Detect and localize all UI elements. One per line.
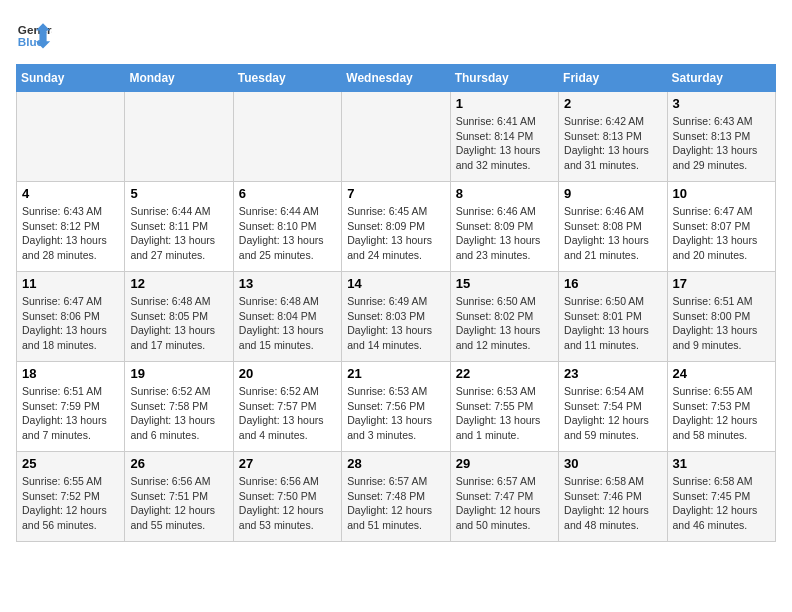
day-info: Sunrise: 6:57 AM Sunset: 7:48 PM Dayligh… [347,474,444,533]
day-info: Sunrise: 6:46 AM Sunset: 8:08 PM Dayligh… [564,204,661,263]
calendar-week-3: 11Sunrise: 6:47 AM Sunset: 8:06 PM Dayli… [17,272,776,362]
weekday-header-wednesday: Wednesday [342,65,450,92]
weekday-row: SundayMondayTuesdayWednesdayThursdayFrid… [17,65,776,92]
day-info: Sunrise: 6:55 AM Sunset: 7:52 PM Dayligh… [22,474,119,533]
day-number: 26 [130,456,227,471]
day-number: 19 [130,366,227,381]
calendar-body: 1Sunrise: 6:41 AM Sunset: 8:14 PM Daylig… [17,92,776,542]
weekday-header-tuesday: Tuesday [233,65,341,92]
day-info: Sunrise: 6:46 AM Sunset: 8:09 PM Dayligh… [456,204,553,263]
calendar-week-1: 1Sunrise: 6:41 AM Sunset: 8:14 PM Daylig… [17,92,776,182]
day-info: Sunrise: 6:51 AM Sunset: 8:00 PM Dayligh… [673,294,770,353]
day-info: Sunrise: 6:53 AM Sunset: 7:55 PM Dayligh… [456,384,553,443]
calendar-week-2: 4Sunrise: 6:43 AM Sunset: 8:12 PM Daylig… [17,182,776,272]
day-info: Sunrise: 6:44 AM Sunset: 8:10 PM Dayligh… [239,204,336,263]
calendar-cell: 4Sunrise: 6:43 AM Sunset: 8:12 PM Daylig… [17,182,125,272]
day-number: 24 [673,366,770,381]
day-info: Sunrise: 6:43 AM Sunset: 8:13 PM Dayligh… [673,114,770,173]
calendar-cell: 28Sunrise: 6:57 AM Sunset: 7:48 PM Dayli… [342,452,450,542]
weekday-header-friday: Friday [559,65,667,92]
day-number: 29 [456,456,553,471]
calendar-cell: 22Sunrise: 6:53 AM Sunset: 7:55 PM Dayli… [450,362,558,452]
day-number: 28 [347,456,444,471]
day-info: Sunrise: 6:52 AM Sunset: 7:58 PM Dayligh… [130,384,227,443]
day-number: 4 [22,186,119,201]
day-number: 30 [564,456,661,471]
weekday-header-monday: Monday [125,65,233,92]
day-number: 22 [456,366,553,381]
day-number: 11 [22,276,119,291]
day-info: Sunrise: 6:55 AM Sunset: 7:53 PM Dayligh… [673,384,770,443]
calendar-cell: 26Sunrise: 6:56 AM Sunset: 7:51 PM Dayli… [125,452,233,542]
day-info: Sunrise: 6:58 AM Sunset: 7:45 PM Dayligh… [673,474,770,533]
day-info: Sunrise: 6:44 AM Sunset: 8:11 PM Dayligh… [130,204,227,263]
calendar-cell: 31Sunrise: 6:58 AM Sunset: 7:45 PM Dayli… [667,452,775,542]
weekday-header-saturday: Saturday [667,65,775,92]
day-info: Sunrise: 6:42 AM Sunset: 8:13 PM Dayligh… [564,114,661,173]
day-info: Sunrise: 6:47 AM Sunset: 8:06 PM Dayligh… [22,294,119,353]
calendar-cell: 7Sunrise: 6:45 AM Sunset: 8:09 PM Daylig… [342,182,450,272]
day-info: Sunrise: 6:45 AM Sunset: 8:09 PM Dayligh… [347,204,444,263]
calendar-cell: 20Sunrise: 6:52 AM Sunset: 7:57 PM Dayli… [233,362,341,452]
weekday-header-sunday: Sunday [17,65,125,92]
day-info: Sunrise: 6:50 AM Sunset: 8:01 PM Dayligh… [564,294,661,353]
header: General Blue [16,16,776,52]
day-number: 1 [456,96,553,111]
day-number: 13 [239,276,336,291]
day-info: Sunrise: 6:56 AM Sunset: 7:50 PM Dayligh… [239,474,336,533]
day-number: 6 [239,186,336,201]
calendar-cell: 8Sunrise: 6:46 AM Sunset: 8:09 PM Daylig… [450,182,558,272]
day-info: Sunrise: 6:56 AM Sunset: 7:51 PM Dayligh… [130,474,227,533]
day-number: 25 [22,456,119,471]
calendar-cell: 2Sunrise: 6:42 AM Sunset: 8:13 PM Daylig… [559,92,667,182]
calendar-cell: 29Sunrise: 6:57 AM Sunset: 7:47 PM Dayli… [450,452,558,542]
calendar-cell: 25Sunrise: 6:55 AM Sunset: 7:52 PM Dayli… [17,452,125,542]
day-number: 3 [673,96,770,111]
day-info: Sunrise: 6:47 AM Sunset: 8:07 PM Dayligh… [673,204,770,263]
calendar-cell: 5Sunrise: 6:44 AM Sunset: 8:11 PM Daylig… [125,182,233,272]
calendar-table: SundayMondayTuesdayWednesdayThursdayFrid… [16,64,776,542]
day-info: Sunrise: 6:41 AM Sunset: 8:14 PM Dayligh… [456,114,553,173]
day-number: 21 [347,366,444,381]
day-info: Sunrise: 6:53 AM Sunset: 7:56 PM Dayligh… [347,384,444,443]
calendar-cell: 16Sunrise: 6:50 AM Sunset: 8:01 PM Dayli… [559,272,667,362]
day-info: Sunrise: 6:49 AM Sunset: 8:03 PM Dayligh… [347,294,444,353]
calendar-cell: 23Sunrise: 6:54 AM Sunset: 7:54 PM Dayli… [559,362,667,452]
calendar-cell: 9Sunrise: 6:46 AM Sunset: 8:08 PM Daylig… [559,182,667,272]
day-number: 5 [130,186,227,201]
calendar-cell: 6Sunrise: 6:44 AM Sunset: 8:10 PM Daylig… [233,182,341,272]
calendar-week-5: 25Sunrise: 6:55 AM Sunset: 7:52 PM Dayli… [17,452,776,542]
day-number: 20 [239,366,336,381]
day-number: 2 [564,96,661,111]
day-number: 8 [456,186,553,201]
weekday-header-thursday: Thursday [450,65,558,92]
logo-icon: General Blue [16,16,52,52]
calendar-week-4: 18Sunrise: 6:51 AM Sunset: 7:59 PM Dayli… [17,362,776,452]
calendar-cell: 11Sunrise: 6:47 AM Sunset: 8:06 PM Dayli… [17,272,125,362]
day-number: 14 [347,276,444,291]
day-number: 17 [673,276,770,291]
calendar-cell: 19Sunrise: 6:52 AM Sunset: 7:58 PM Dayli… [125,362,233,452]
calendar-cell: 30Sunrise: 6:58 AM Sunset: 7:46 PM Dayli… [559,452,667,542]
day-info: Sunrise: 6:43 AM Sunset: 8:12 PM Dayligh… [22,204,119,263]
calendar-cell [125,92,233,182]
day-info: Sunrise: 6:52 AM Sunset: 7:57 PM Dayligh… [239,384,336,443]
logo: General Blue [16,16,56,52]
calendar-cell: 15Sunrise: 6:50 AM Sunset: 8:02 PM Dayli… [450,272,558,362]
calendar-cell [233,92,341,182]
calendar-cell: 13Sunrise: 6:48 AM Sunset: 8:04 PM Dayli… [233,272,341,362]
calendar-cell: 10Sunrise: 6:47 AM Sunset: 8:07 PM Dayli… [667,182,775,272]
day-number: 23 [564,366,661,381]
day-number: 16 [564,276,661,291]
calendar-cell: 12Sunrise: 6:48 AM Sunset: 8:05 PM Dayli… [125,272,233,362]
day-number: 15 [456,276,553,291]
day-number: 27 [239,456,336,471]
day-info: Sunrise: 6:48 AM Sunset: 8:04 PM Dayligh… [239,294,336,353]
day-info: Sunrise: 6:48 AM Sunset: 8:05 PM Dayligh… [130,294,227,353]
day-number: 12 [130,276,227,291]
calendar-cell: 17Sunrise: 6:51 AM Sunset: 8:00 PM Dayli… [667,272,775,362]
day-info: Sunrise: 6:54 AM Sunset: 7:54 PM Dayligh… [564,384,661,443]
day-number: 7 [347,186,444,201]
day-info: Sunrise: 6:50 AM Sunset: 8:02 PM Dayligh… [456,294,553,353]
calendar-cell: 1Sunrise: 6:41 AM Sunset: 8:14 PM Daylig… [450,92,558,182]
